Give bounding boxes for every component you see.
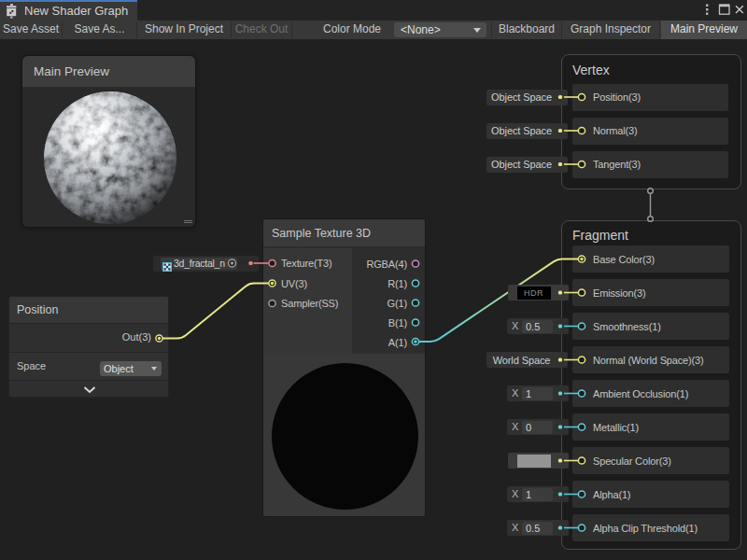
texture-property-pill-body: 3d_fractal_n — [161, 258, 237, 271]
fragment-row-emission[interactable]: Emission(3) — [572, 279, 729, 306]
sample-output-a: A(1) — [342, 336, 407, 349]
texture-property-name: 3d_fractal_n — [174, 258, 225, 269]
position-space-label: Space — [17, 360, 46, 371]
color-mode-value: <None> — [401, 23, 441, 36]
graph-inspector-button[interactable]: Graph Inspector — [562, 21, 659, 39]
vertex-row-position[interactable]: Position(3) — [572, 84, 728, 111]
main-preview-panel[interactable]: Main Preview — [21, 55, 196, 228]
position-node-title: Position — [17, 303, 58, 316]
texture-property-node[interactable]: 3d_fractal_n — [153, 256, 259, 273]
shader-graph-window: Vertex Position(3) Normal(3) Tangent(3) … — [0, 0, 747, 560]
toolbar-separator — [659, 21, 660, 38]
emission-hdr-label: HDR — [517, 287, 551, 300]
sample-output-r: R(1) — [342, 277, 407, 290]
tab-new-shader-graph[interactable]: New Shader Graph — [0, 0, 137, 21]
fragment-row-normal-world[interactable]: Normal (World Space)(3) — [572, 346, 729, 373]
texture-3d-icon — [162, 259, 172, 268]
vertex-row-tangent[interactable]: Tangent(3) — [572, 151, 728, 178]
vertex-node-title: Vertex — [572, 63, 610, 77]
dropdown-arrow-icon — [151, 367, 157, 371]
position-out-label: Out(3) — [122, 331, 151, 343]
save-as-button[interactable]: Save As... — [63, 21, 136, 39]
position-space-row: Space Object — [9, 352, 168, 380]
x-label: X — [512, 420, 518, 434]
sample-input-sampler: Sampler(SS) — [281, 297, 338, 310]
maximize-window-icon — [717, 0, 732, 21]
fragment-row-specular-color[interactable]: Specular Color(3) — [572, 447, 729, 474]
kebab-menu-icon — [701, 0, 712, 21]
ambient-occlusion-value-field[interactable]: 1 — [522, 387, 553, 400]
color-mode-dropdown[interactable]: <None> — [394, 22, 486, 37]
sample-output-g: G(1) — [342, 297, 407, 310]
sample-output-b: B(1) — [342, 316, 407, 329]
color-mode-label: Color Mode — [323, 21, 381, 39]
fragment-row-metallic[interactable]: Metallic(1) — [572, 413, 729, 441]
sample-input-texture: Texture(T3) — [281, 257, 332, 270]
check-out-button[interactable]: Check Out — [232, 21, 291, 39]
fragment-row-alpha[interactable]: Alpha(1) — [572, 481, 729, 508]
emission-color-swatch[interactable]: HDR — [517, 287, 551, 300]
ambient-occlusion-float-widget: X 1 — [507, 385, 569, 401]
window-menu-button[interactable] — [701, 0, 712, 21]
fragment-row-base-color[interactable]: Base Color(3) — [572, 245, 729, 273]
main-preview-header[interactable]: Main Preview — [22, 56, 195, 87]
tab-bar: New Shader Graph — [0, 0, 747, 21]
position-space-dropdown[interactable]: Object — [100, 361, 162, 376]
specular-color-swatch[interactable] — [517, 455, 551, 468]
x-label: X — [512, 487, 518, 501]
sample-input-uv: UV(3) — [281, 277, 307, 290]
smoothness-float-widget: X 0.5 — [507, 318, 569, 334]
specular-color-widget[interactable] — [508, 453, 569, 469]
position-node[interactable]: Position Out(3) Space Object — [8, 296, 169, 398]
x-label: X — [512, 521, 518, 535]
metallic-value-field[interactable]: 0 — [522, 421, 553, 434]
emission-color-widget[interactable]: HDR — [508, 285, 569, 301]
vertex-tangent-binding: Object Space — [486, 157, 568, 173]
smoothness-value-field[interactable]: 0.5 — [522, 320, 553, 333]
sample-texture-3d-title-bar[interactable]: Sample Texture 3D — [263, 219, 425, 246]
main-preview-title: Main Preview — [34, 64, 109, 78]
tab-title: New Shader Graph — [24, 4, 128, 18]
alpha-clip-float-widget: X 0.5 — [507, 520, 569, 536]
chevron-down-icon — [83, 386, 96, 394]
toolbar-separator — [291, 21, 292, 38]
normal-space-binding: World Space — [486, 352, 568, 368]
shader-graph-icon — [7, 4, 19, 19]
fragment-row-smoothness[interactable]: Smoothness(1) — [572, 313, 729, 340]
alpha-float-widget: X 1 — [507, 486, 569, 502]
fragment-row-alpha-clip[interactable]: Alpha Clip Threshold(1) — [572, 514, 729, 541]
position-collapse-row[interactable] — [9, 380, 168, 398]
dropdown-arrow-icon — [473, 28, 481, 33]
x-label: X — [512, 319, 518, 333]
window-close-button[interactable] — [733, 0, 747, 21]
preview-sphere — [22, 87, 195, 227]
fragment-node-title: Fragment — [572, 228, 628, 243]
position-space-value: Object — [104, 362, 134, 375]
alpha-value-field[interactable]: 1 — [522, 488, 553, 501]
panel-resize-grip[interactable] — [184, 219, 192, 224]
vertex-normal-binding: Object Space — [486, 123, 568, 139]
alpha-clip-value-field[interactable]: 0.5 — [522, 522, 553, 535]
close-x-icon — [733, 0, 747, 21]
blackboard-button[interactable]: Blackboard — [492, 21, 561, 39]
window-maximize-button[interactable] — [717, 0, 732, 21]
fragment-row-ambient-occlusion[interactable]: Ambient Occlusion(1) — [572, 380, 729, 407]
sample-texture-3d-title: Sample Texture 3D — [272, 227, 371, 240]
position-out-row: Out(3) — [9, 323, 168, 352]
show-in-project-button[interactable]: Show In Project — [137, 21, 231, 39]
save-asset-button[interactable]: Save Asset — [0, 21, 62, 39]
metallic-float-widget: X 0 — [507, 419, 569, 435]
main-preview-body — [22, 87, 195, 227]
main-preview-button[interactable]: Main Preview — [661, 21, 747, 39]
edge-position-to-uv[interactable] — [160, 284, 269, 339]
toolbar: Save Asset Save As... Show In Project Ch… — [0, 21, 747, 39]
vertex-position-binding: Object Space — [486, 90, 568, 105]
sample-node-preview — [263, 354, 426, 517]
vertex-row-normal[interactable]: Normal(3) — [572, 118, 728, 145]
position-node-title-bar[interactable]: Position — [9, 297, 168, 323]
x-label: X — [512, 386, 518, 400]
sample-output-rgba: RGBA(4) — [342, 258, 407, 271]
sample-preview-sphere — [272, 363, 418, 510]
